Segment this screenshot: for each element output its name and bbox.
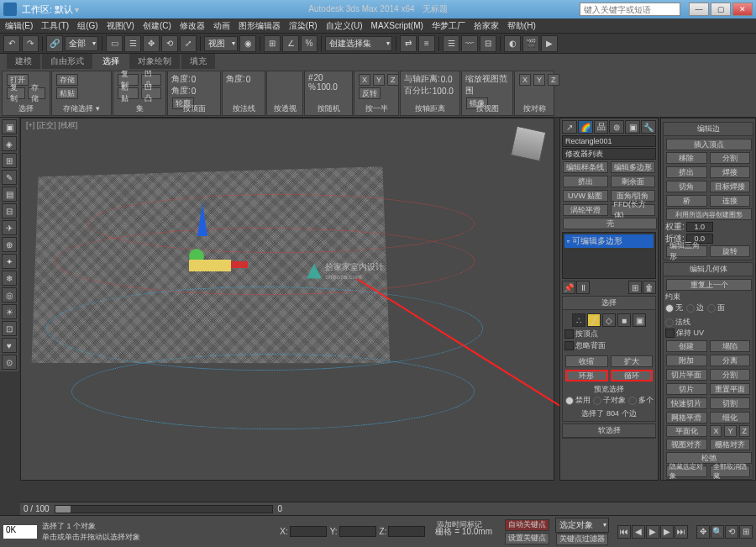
cmd-tab-modify-icon[interactable]: 🌈 (578, 120, 593, 134)
rb-store2[interactable]: 存储 (56, 74, 78, 86)
slice-button[interactable]: 切片 (666, 383, 707, 395)
script-listener[interactable]: 0K (3, 525, 37, 539)
msmooth-button[interactable]: 网格平滑 (666, 412, 707, 423)
gizmo-z-axis-icon[interactable] (197, 202, 207, 236)
menu-tools[interactable]: 工具(T) (41, 20, 69, 32)
mod-btn-ffd[interactable]: FFD(长方体) (611, 204, 656, 216)
coord-z-input[interactable] (388, 526, 425, 537)
selection-set-dropdown[interactable]: 创建选择集 (325, 36, 392, 51)
link-icon[interactable]: 🔗 (46, 35, 63, 52)
quickslice-button[interactable]: 快速切片 (666, 397, 707, 409)
lb-icon-8[interactable]: ⊕ (2, 237, 17, 252)
config-icon[interactable]: ⊞ (628, 281, 642, 294)
autokey-button[interactable]: 自动关键点 (505, 519, 549, 531)
split2-button[interactable]: 分割 (710, 369, 751, 381)
play-start-icon[interactable]: ⏮ (617, 525, 631, 539)
rb-sym-x[interactable]: X (519, 74, 531, 86)
pivot-icon[interactable]: ◉ (239, 35, 256, 52)
trash-icon[interactable]: 🗑 (643, 281, 656, 294)
rb-store[interactable]: 存储 (28, 87, 46, 99)
mod-btn-poly[interactable]: 编辑多边形 (611, 161, 656, 173)
rb-paste2[interactable]: 粘贴 (56, 87, 78, 99)
rb-half-inv[interactable]: 反转 (359, 87, 381, 99)
nav-pan-icon[interactable]: ✥ (696, 525, 710, 539)
lb-icon-15[interactable]: ⊙ (2, 355, 17, 370)
mod-btn-spline[interactable]: 编辑样条线 (563, 161, 608, 173)
setkey-button[interactable]: 设置关键点 (505, 533, 549, 544)
menu-customize[interactable]: 自定义(U) (326, 20, 363, 32)
cmd-tab-util-icon[interactable]: 🔧 (641, 120, 656, 134)
cmd-tab-display-icon[interactable]: ▣ (625, 120, 640, 134)
menu-plugin1[interactable]: 华梦工厂 (432, 20, 465, 32)
loop-button[interactable]: 循环 (611, 370, 654, 381)
ribbon-tab-selection[interactable]: 选择 (94, 54, 128, 69)
ribbon-tab-paint[interactable]: 对象绘制 (129, 54, 180, 69)
modifier-stack[interactable]: ▫ 可编辑多边形 (562, 232, 656, 279)
select-icon[interactable]: ▭ (106, 35, 123, 52)
play-end-icon[interactable]: ⏭ (675, 525, 688, 539)
angle-snap-icon[interactable]: ∠ (282, 35, 299, 52)
bridge-button[interactable]: 桥 (666, 195, 707, 207)
remove-button[interactable]: 移除 (666, 152, 707, 164)
material-icon[interactable]: ◐ (504, 35, 521, 52)
planar-x[interactable]: X (710, 425, 722, 437)
cmd-tab-motion-icon[interactable]: ⊚ (609, 120, 624, 134)
help-search-input[interactable] (580, 3, 680, 16)
subobj-edge-icon[interactable]: ╱ (587, 313, 601, 327)
pin-icon[interactable]: 📌 (562, 281, 575, 294)
insert-vertex-button[interactable]: 插入顶点 (666, 139, 752, 150)
mod-btn-remain[interactable]: 剩余面 (611, 176, 656, 187)
create-button[interactable]: 创建 (666, 340, 707, 352)
lb-icon-3[interactable]: ⊞ (2, 153, 17, 168)
minimize-button[interactable]: — (689, 3, 709, 16)
connect-button[interactable]: 连接 (710, 195, 751, 207)
show-icon[interactable]: Ⅱ (576, 281, 590, 294)
schematic-icon[interactable]: ⊟ (480, 35, 496, 52)
lb-icon-4[interactable]: ✎ (2, 170, 17, 185)
snap-icon[interactable]: ⊞ (264, 35, 281, 52)
lb-icon-9[interactable]: ✦ (2, 254, 17, 269)
coord-x-input[interactable] (290, 526, 327, 537)
subobj-poly-icon[interactable]: ■ (617, 313, 631, 327)
add-time-tag[interactable]: 添加时间标记 (437, 519, 482, 530)
ignore-back-check[interactable]: 忽略背面 (564, 340, 606, 351)
subobj-vertex-icon[interactable]: ∴ (572, 313, 585, 327)
layer-dropdown[interactable]: 全部 (65, 36, 98, 51)
reset-plane-button[interactable]: 重置平面 (710, 383, 751, 395)
render-icon[interactable]: ▶ (541, 35, 558, 52)
collapse-button[interactable]: 塌陷 (710, 340, 751, 352)
stack-item[interactable]: ▫ 可编辑多边形 (564, 234, 654, 248)
mod-btn-turbo[interactable]: 涡轮平滑 (563, 204, 608, 216)
scale-icon[interactable]: ⤢ (180, 35, 197, 52)
attach-button[interactable]: 附加 (666, 355, 707, 366)
menu-group[interactable]: 组(G) (77, 20, 97, 32)
mod-btn-extrude[interactable]: 挤出 (563, 176, 608, 187)
menu-graph[interactable]: 图形编辑器 (239, 20, 281, 32)
repeat-button[interactable]: 重复上一个 (666, 279, 752, 291)
rb-sym-z[interactable]: Z (548, 74, 559, 86)
play-prev-icon[interactable]: ◀ (632, 525, 645, 539)
subobj-border-icon[interactable]: ◇ (602, 313, 616, 327)
align-icon[interactable]: ≡ (418, 35, 435, 52)
planar-z[interactable]: Z (739, 425, 751, 437)
timeline[interactable]: 0 / 100 0 (20, 502, 756, 515)
preview-multi-radio[interactable]: 多个 (628, 395, 654, 406)
weight-spinner[interactable] (686, 222, 713, 232)
ring-button[interactable]: 环形 (565, 370, 608, 381)
preserve-uv-check[interactable]: 保持 UV (665, 328, 704, 339)
by-vertex-check[interactable]: 按顶点 (564, 329, 598, 339)
menu-plugin2[interactable]: 拾家家 (474, 20, 499, 32)
rb-copy[interactable]: 复制 (7, 87, 25, 99)
close-button[interactable]: ✕ (732, 3, 753, 16)
menu-modifiers[interactable]: 修改器 (180, 20, 205, 32)
menu-help[interactable]: 帮助(H) (507, 20, 536, 32)
workspace-label[interactable]: 工作区: 默认 (22, 3, 73, 16)
preview-subobj-radio[interactable]: 子对象 (593, 395, 626, 406)
time-slider[interactable] (55, 505, 273, 513)
lb-icon-10[interactable]: ❄ (2, 271, 17, 286)
detach-button[interactable]: 分离 (710, 355, 751, 366)
nav-max-icon[interactable]: ⊞ (739, 525, 753, 539)
rb-set-bump2[interactable]: 凹凸 (141, 87, 162, 99)
menu-animation[interactable]: 动画 (213, 20, 230, 32)
ribbon-tab-populate[interactable]: 填充 (181, 54, 215, 69)
